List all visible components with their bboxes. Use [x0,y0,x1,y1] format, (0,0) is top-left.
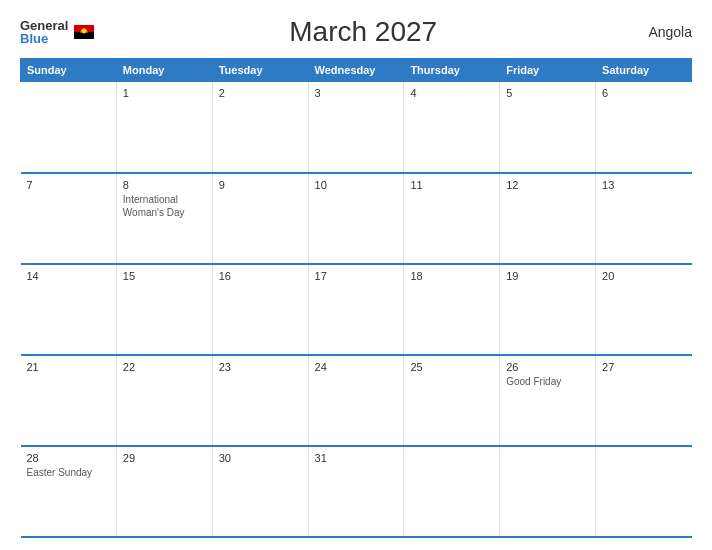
day-number: 31 [315,452,398,464]
weekday-header-row: Sunday Monday Tuesday Wednesday Thursday… [21,59,692,82]
day-number: 12 [506,179,589,191]
calendar-cell: 10 [308,173,404,264]
calendar-cell: 21 [21,355,117,446]
calendar-cell: 24 [308,355,404,446]
calendar-cell: 11 [404,173,500,264]
calendar-week-row: 78International Woman's Day910111213 [21,173,692,264]
header-tuesday: Tuesday [212,59,308,82]
header-friday: Friday [500,59,596,82]
day-number: 20 [602,270,685,282]
calendar-cell: 27 [596,355,692,446]
day-number: 8 [123,179,206,191]
calendar-table: Sunday Monday Tuesday Wednesday Thursday… [20,58,692,538]
calendar-cell: 4 [404,82,500,173]
event-label: International Woman's Day [123,194,185,218]
day-number: 16 [219,270,302,282]
calendar-cell: 2 [212,82,308,173]
day-number: 26 [506,361,589,373]
header: General Blue March 2027 Angola [20,16,692,48]
calendar-cell: 3 [308,82,404,173]
day-number: 1 [123,87,206,99]
calendar-cell: 8International Woman's Day [116,173,212,264]
calendar-week-row: 123456 [21,82,692,173]
calendar-cell: 5 [500,82,596,173]
day-number: 25 [410,361,493,373]
header-wednesday: Wednesday [308,59,404,82]
day-number: 15 [123,270,206,282]
calendar-cell: 28Easter Sunday [21,446,117,537]
calendar-cell: 12 [500,173,596,264]
logo: General Blue [20,19,94,45]
day-number: 19 [506,270,589,282]
day-number: 22 [123,361,206,373]
calendar-cell: 20 [596,264,692,355]
day-number: 9 [219,179,302,191]
calendar-cell: 18 [404,264,500,355]
calendar-cell: 31 [308,446,404,537]
day-number: 29 [123,452,206,464]
country-label: Angola [632,24,692,40]
angola-flag-icon [74,25,94,39]
day-number: 2 [219,87,302,99]
calendar-week-row: 212223242526Good Friday27 [21,355,692,446]
calendar-cell: 23 [212,355,308,446]
page-title: March 2027 [94,16,632,48]
day-number: 30 [219,452,302,464]
calendar-cell [21,82,117,173]
day-number: 18 [410,270,493,282]
day-number: 7 [27,179,110,191]
day-number: 10 [315,179,398,191]
day-number: 17 [315,270,398,282]
day-number: 27 [602,361,685,373]
logo-blue-text: Blue [20,32,68,45]
day-number: 3 [315,87,398,99]
day-number: 14 [27,270,110,282]
calendar-cell: 15 [116,264,212,355]
calendar-cell: 25 [404,355,500,446]
calendar-cell: 22 [116,355,212,446]
calendar-cell: 9 [212,173,308,264]
calendar-page: General Blue March 2027 Angola Sunday Mo… [0,0,712,550]
day-number: 23 [219,361,302,373]
calendar-cell: 29 [116,446,212,537]
day-number: 4 [410,87,493,99]
day-number: 13 [602,179,685,191]
calendar-cell: 30 [212,446,308,537]
calendar-cell: 17 [308,264,404,355]
calendar-cell [404,446,500,537]
header-saturday: Saturday [596,59,692,82]
calendar-cell [596,446,692,537]
calendar-cell: 26Good Friday [500,355,596,446]
day-number: 5 [506,87,589,99]
calendar-cell [500,446,596,537]
event-label: Good Friday [506,376,561,387]
calendar-cell: 6 [596,82,692,173]
calendar-week-row: 14151617181920 [21,264,692,355]
calendar-cell: 7 [21,173,117,264]
day-number: 21 [27,361,110,373]
calendar-cell: 13 [596,173,692,264]
calendar-cell: 14 [21,264,117,355]
day-number: 28 [27,452,110,464]
header-monday: Monday [116,59,212,82]
event-label: Easter Sunday [27,467,93,478]
calendar-week-row: 28Easter Sunday293031 [21,446,692,537]
header-thursday: Thursday [404,59,500,82]
header-sunday: Sunday [21,59,117,82]
calendar-cell: 1 [116,82,212,173]
calendar-cell: 16 [212,264,308,355]
day-number: 6 [602,87,685,99]
day-number: 24 [315,361,398,373]
calendar-cell: 19 [500,264,596,355]
day-number: 11 [410,179,493,191]
